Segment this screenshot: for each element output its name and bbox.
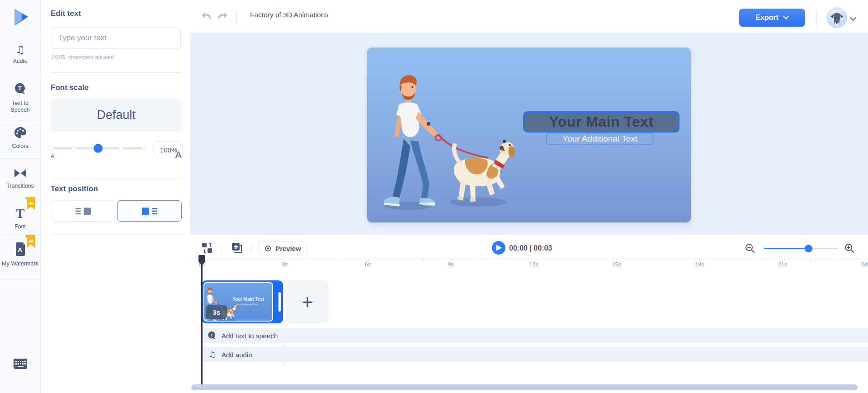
panel-divider: [51, 234, 182, 235]
ruler-tick: [423, 259, 424, 262]
sidebar-item-colors[interactable]: Colors: [0, 127, 40, 150]
ruler-label: 18s: [695, 261, 704, 268]
music-note-icon: ♫: [207, 350, 217, 359]
user-avatar[interactable]: [826, 7, 847, 28]
sidebar-item-label: My Watermark: [0, 260, 40, 267]
clip-trim-handle[interactable]: [278, 292, 281, 312]
ruler-tick: [727, 259, 728, 262]
rail-divider: [0, 37, 40, 38]
undo-icon[interactable]: [201, 12, 212, 23]
play-button[interactable]: [492, 241, 505, 255]
sidebar-item-my-watermark[interactable]: A My Watermark: [0, 242, 40, 267]
app-logo-icon[interactable]: [11, 7, 30, 29]
text-position-heading: Text position: [51, 185, 98, 194]
export-button[interactable]: Export: [739, 9, 805, 27]
deer-avatar-icon: [826, 7, 847, 28]
clip-thumb-main-text: Your Main Text: [232, 297, 273, 302]
character-counter: 0/165 characters advised: [52, 54, 113, 61]
rail-divider: [0, 234, 40, 235]
redo-icon[interactable]: [217, 12, 228, 23]
ruler-tick: [340, 259, 340, 262]
zoom-in-icon[interactable]: [844, 243, 854, 255]
sidebar-item-label: Transitions: [0, 183, 40, 189]
timeline-ruler[interactable]: 0s3s6s9s12s15s18s21s24s: [190, 259, 868, 270]
timeline-zoom-thumb[interactable]: [805, 245, 812, 252]
ruler-tick: [561, 259, 562, 262]
slider-stop: [142, 146, 146, 151]
ruler-tick: [257, 259, 258, 262]
tts-bubble-icon: T: [14, 89, 27, 97]
sidebar-item-label: Font: [0, 223, 40, 230]
text-input[interactable]: [51, 27, 181, 49]
rail-divider: [0, 120, 40, 120]
ruler-tick: [644, 259, 645, 262]
add-media-icon[interactable]: [231, 242, 242, 255]
ruler-label: 3s: [282, 261, 288, 268]
ruler-tick: [838, 259, 838, 262]
palette-icon: [14, 132, 27, 140]
video-canvas[interactable]: Your Main Text Your Additional Text: [367, 47, 691, 223]
text-position-right-button[interactable]: [117, 200, 182, 222]
playhead[interactable]: [201, 255, 203, 384]
premium-crown-badge: [25, 235, 35, 251]
account-menu-chevron-icon[interactable]: [850, 15, 856, 23]
font-scale-heading: Font scale: [51, 83, 89, 92]
timeline-toolbar-divider: [250, 244, 250, 253]
rail-divider: [0, 76, 40, 76]
app-root: ♫ Audio T Text to Speech: [0, 0, 868, 393]
text-left-layout-icon: [75, 207, 91, 215]
main-text-overlay[interactable]: Your Main Text: [523, 111, 679, 133]
svg-text:T: T: [210, 333, 213, 337]
ruler-tick: [755, 259, 755, 262]
add-scene-button[interactable]: +: [286, 280, 329, 323]
eye-icon: [264, 246, 272, 251]
slider-stop: [71, 146, 76, 151]
font-scale-slider-thumb[interactable]: [94, 144, 103, 153]
sidebar-item-transitions[interactable]: Transitions: [0, 168, 40, 189]
reorder-scenes-icon[interactable]: [202, 242, 213, 256]
rail-divider: [0, 279, 40, 280]
man-walking-dog-illustration: [380, 66, 518, 217]
panel-divider: [51, 179, 182, 179]
slider-stop: [49, 146, 53, 151]
add-text-to-speech-track[interactable]: T Add text to speech: [202, 328, 868, 343]
track-label: Add text to speech: [222, 332, 278, 340]
text-position-left-button[interactable]: [51, 200, 115, 222]
ruler-label: 15s: [612, 261, 621, 268]
ruler-tick: [506, 259, 506, 262]
ruler-tick: [478, 259, 479, 262]
premium-crown-badge: [25, 197, 35, 213]
svg-text:T: T: [18, 85, 22, 92]
ruler-label: 6s: [365, 261, 371, 268]
font-scale-preset-button[interactable]: Default: [51, 99, 182, 131]
add-audio-track[interactable]: ♫ Add audio: [202, 347, 868, 362]
clip-thumb-additional-text: Your Additional Text: [236, 303, 272, 306]
sidebar-item-text-to-speech[interactable]: T Text to Speech: [0, 83, 40, 114]
keyboard-shortcuts-icon[interactable]: [14, 359, 27, 371]
font-scale-percent[interactable]: 100%: [155, 141, 183, 158]
chevron-down-icon: [783, 16, 789, 19]
project-title[interactable]: Factory of 3D Animations: [250, 11, 328, 19]
sidebar-item-font[interactable]: T Font: [0, 206, 40, 230]
ruler-tick: [396, 259, 396, 262]
additional-text-overlay[interactable]: Your Additional Text: [546, 133, 654, 145]
font-scale-slider[interactable]: [50, 145, 146, 152]
timeline-section: Preview 00:00 | 00:03 0s3s6s9s12: [190, 235, 868, 393]
track-label: Add audio: [222, 351, 252, 359]
horizontal-scrollbar[interactable]: [191, 384, 858, 390]
ruler-tick: [312, 259, 313, 262]
clip-duration-badge: 3s: [206, 305, 227, 319]
stage-area: Your Main Text Your Additional Text: [190, 33, 868, 235]
timeline-zoom-slider[interactable]: [764, 247, 838, 251]
preview-button[interactable]: Preview: [259, 241, 307, 255]
edit-text-panel: Edit text 0/165 characters advised Font …: [41, 0, 190, 393]
watermark-doc-icon: A: [14, 250, 26, 257]
tool-rail: ♫ Audio T Text to Speech: [0, 0, 41, 393]
playhead-handle[interactable]: [198, 255, 205, 268]
ruler-label: 12s: [529, 261, 538, 268]
text-right-layout-icon: [142, 207, 157, 215]
svg-text:A: A: [18, 246, 22, 253]
sidebar-item-audio[interactable]: ♫ Audio: [0, 44, 40, 65]
zoom-out-icon[interactable]: [745, 243, 755, 255]
timeline-clip[interactable]: Your Main Text Your Additional Text 3s: [202, 280, 283, 323]
